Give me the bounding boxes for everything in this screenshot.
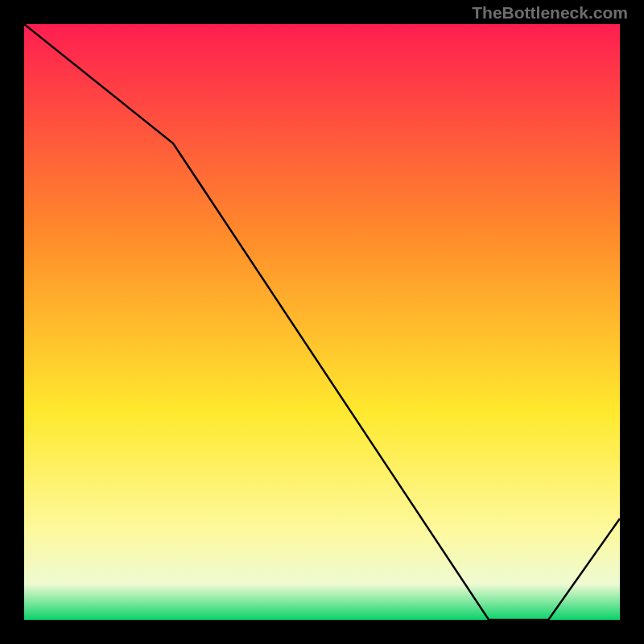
watermark-text: TheBottleneck.com (472, 3, 628, 23)
chart-plot-area (24, 24, 620, 620)
line-curve (24, 24, 620, 620)
